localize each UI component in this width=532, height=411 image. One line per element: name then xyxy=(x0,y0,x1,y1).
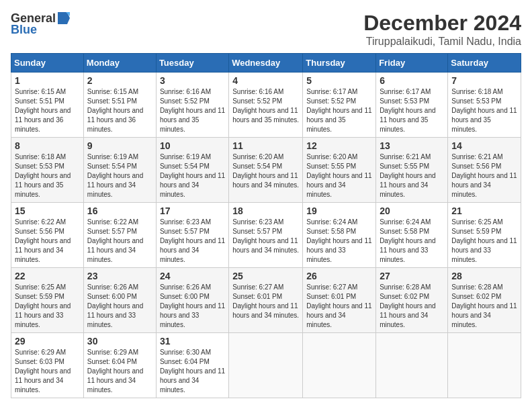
day-number: 2 xyxy=(87,75,152,86)
day-number: 10 xyxy=(160,140,225,151)
day-info: Sunrise: 6:20 AM Sunset: 5:54 PM Dayligh… xyxy=(232,152,299,190)
day-info: Sunrise: 6:26 AM Sunset: 6:00 PM Dayligh… xyxy=(160,283,225,330)
day-number: 14 xyxy=(451,140,517,151)
calendar-cell: 23 Sunrise: 6:26 AM Sunset: 6:00 PM Dayl… xyxy=(83,268,156,333)
day-number: 15 xyxy=(15,205,80,216)
day-info: Sunrise: 6:18 AM Sunset: 5:53 PM Dayligh… xyxy=(15,152,80,199)
calendar-cell: 7 Sunrise: 6:18 AM Sunset: 5:53 PM Dayli… xyxy=(448,73,521,138)
calendar-cell: 21 Sunrise: 6:25 AM Sunset: 5:59 PM Dayl… xyxy=(448,203,521,268)
day-info: Sunrise: 6:17 AM Sunset: 5:53 PM Dayligh… xyxy=(380,87,444,134)
day-info: Sunrise: 6:23 AM Sunset: 5:57 PM Dayligh… xyxy=(160,218,225,265)
col-thursday: Thursday xyxy=(303,54,376,73)
day-number: 18 xyxy=(232,205,299,216)
day-number: 31 xyxy=(160,336,225,347)
day-number: 22 xyxy=(15,271,80,281)
calendar-cell: 19 Sunrise: 6:24 AM Sunset: 5:58 PM Dayl… xyxy=(303,203,376,268)
day-number: 13 xyxy=(380,140,444,151)
day-info: Sunrise: 6:18 AM Sunset: 5:53 PM Dayligh… xyxy=(451,87,517,134)
calendar-cell: 4 Sunrise: 6:16 AM Sunset: 5:52 PM Dayli… xyxy=(229,73,303,138)
day-info: Sunrise: 6:28 AM Sunset: 6:02 PM Dayligh… xyxy=(451,283,517,330)
calendar-week-1: 1 Sunrise: 6:15 AM Sunset: 5:51 PM Dayli… xyxy=(11,73,521,138)
calendar-cell: 31 Sunrise: 6:30 AM Sunset: 6:04 PM Dayl… xyxy=(156,333,228,398)
day-info: Sunrise: 6:29 AM Sunset: 6:03 PM Dayligh… xyxy=(15,348,80,395)
day-info: Sunrise: 6:28 AM Sunset: 6:02 PM Dayligh… xyxy=(380,283,444,330)
day-number: 5 xyxy=(306,75,372,86)
day-number: 20 xyxy=(380,205,444,216)
col-monday: Monday xyxy=(83,54,156,73)
day-info: Sunrise: 6:26 AM Sunset: 6:00 PM Dayligh… xyxy=(87,283,152,330)
calendar-cell: 22 Sunrise: 6:25 AM Sunset: 5:59 PM Dayl… xyxy=(11,268,84,333)
calendar-title: December 2024 xyxy=(363,11,521,36)
calendar-cell: 14 Sunrise: 6:21 AM Sunset: 5:56 PM Dayl… xyxy=(448,138,521,203)
day-info: Sunrise: 6:17 AM Sunset: 5:52 PM Dayligh… xyxy=(306,87,372,134)
calendar-cell: 5 Sunrise: 6:17 AM Sunset: 5:52 PM Dayli… xyxy=(303,73,376,138)
calendar-cell: 26 Sunrise: 6:27 AM Sunset: 6:01 PM Dayl… xyxy=(303,268,376,333)
day-info: Sunrise: 6:24 AM Sunset: 5:58 PM Dayligh… xyxy=(306,218,372,265)
day-number: 27 xyxy=(380,271,444,281)
day-number: 1 xyxy=(15,75,80,86)
day-number: 9 xyxy=(87,140,152,151)
day-number: 17 xyxy=(160,205,225,216)
day-number: 25 xyxy=(232,271,299,281)
day-number: 11 xyxy=(232,140,299,151)
day-info: Sunrise: 6:19 AM Sunset: 5:54 PM Dayligh… xyxy=(87,152,152,199)
calendar-cell xyxy=(448,333,521,398)
day-info: Sunrise: 6:15 AM Sunset: 5:51 PM Dayligh… xyxy=(15,87,80,134)
day-info: Sunrise: 6:22 AM Sunset: 5:57 PM Dayligh… xyxy=(87,218,152,265)
calendar-table: Sunday Monday Tuesday Wednesday Thursday… xyxy=(11,53,521,398)
calendar-cell: 24 Sunrise: 6:26 AM Sunset: 6:00 PM Dayl… xyxy=(156,268,228,333)
calendar-cell xyxy=(229,333,303,398)
day-number: 16 xyxy=(87,205,152,216)
calendar-cell: 1 Sunrise: 6:15 AM Sunset: 5:51 PM Dayli… xyxy=(11,73,84,138)
day-info: Sunrise: 6:27 AM Sunset: 6:01 PM Dayligh… xyxy=(306,283,372,330)
logo-blue: Blue xyxy=(11,23,37,37)
calendar-cell xyxy=(376,333,448,398)
day-info: Sunrise: 6:30 AM Sunset: 6:04 PM Dayligh… xyxy=(160,348,225,395)
calendar-cell: 30 Sunrise: 6:29 AM Sunset: 6:04 PM Dayl… xyxy=(83,333,156,398)
calendar-week-3: 15 Sunrise: 6:22 AM Sunset: 5:56 PM Dayl… xyxy=(11,203,521,268)
day-info: Sunrise: 6:20 AM Sunset: 5:55 PM Dayligh… xyxy=(306,152,372,199)
day-number: 29 xyxy=(15,336,80,347)
calendar-cell: 25 Sunrise: 6:27 AM Sunset: 6:01 PM Dayl… xyxy=(229,268,303,333)
calendar-cell: 16 Sunrise: 6:22 AM Sunset: 5:57 PM Dayl… xyxy=(83,203,156,268)
calendar-week-4: 22 Sunrise: 6:25 AM Sunset: 5:59 PM Dayl… xyxy=(11,268,521,333)
day-info: Sunrise: 6:21 AM Sunset: 5:55 PM Dayligh… xyxy=(380,152,444,199)
calendar-cell: 11 Sunrise: 6:20 AM Sunset: 5:54 PM Dayl… xyxy=(229,138,303,203)
day-number: 21 xyxy=(451,205,517,216)
day-info: Sunrise: 6:19 AM Sunset: 5:54 PM Dayligh… xyxy=(160,152,225,199)
day-info: Sunrise: 6:22 AM Sunset: 5:56 PM Dayligh… xyxy=(15,218,80,265)
calendar-cell: 15 Sunrise: 6:22 AM Sunset: 5:56 PM Dayl… xyxy=(11,203,84,268)
day-info: Sunrise: 6:16 AM Sunset: 5:52 PM Dayligh… xyxy=(160,87,225,134)
day-number: 7 xyxy=(451,75,517,86)
logo-icon xyxy=(56,11,71,26)
day-info: Sunrise: 6:29 AM Sunset: 6:04 PM Dayligh… xyxy=(87,348,152,395)
calendar-cell: 9 Sunrise: 6:19 AM Sunset: 5:54 PM Dayli… xyxy=(83,138,156,203)
calendar-cell: 10 Sunrise: 6:19 AM Sunset: 5:54 PM Dayl… xyxy=(156,138,228,203)
day-info: Sunrise: 6:23 AM Sunset: 5:57 PM Dayligh… xyxy=(232,218,299,255)
calendar-cell: 17 Sunrise: 6:23 AM Sunset: 5:57 PM Dayl… xyxy=(156,203,228,268)
day-number: 26 xyxy=(306,271,372,281)
calendar-cell xyxy=(303,333,376,398)
calendar-cell: 18 Sunrise: 6:23 AM Sunset: 5:57 PM Dayl… xyxy=(229,203,303,268)
day-info: Sunrise: 6:15 AM Sunset: 5:51 PM Dayligh… xyxy=(87,87,152,134)
calendar-cell: 2 Sunrise: 6:15 AM Sunset: 5:51 PM Dayli… xyxy=(83,73,156,138)
calendar-cell: 29 Sunrise: 6:29 AM Sunset: 6:03 PM Dayl… xyxy=(11,333,84,398)
col-wednesday: Wednesday xyxy=(229,54,303,73)
calendar-cell: 20 Sunrise: 6:24 AM Sunset: 5:58 PM Dayl… xyxy=(376,203,448,268)
calendar-cell: 27 Sunrise: 6:28 AM Sunset: 6:02 PM Dayl… xyxy=(376,268,448,333)
day-info: Sunrise: 6:24 AM Sunset: 5:58 PM Dayligh… xyxy=(380,218,444,265)
day-number: 30 xyxy=(87,336,152,347)
day-info: Sunrise: 6:21 AM Sunset: 5:56 PM Dayligh… xyxy=(451,152,517,199)
day-number: 24 xyxy=(160,271,225,281)
calendar-week-5: 29 Sunrise: 6:29 AM Sunset: 6:03 PM Dayl… xyxy=(11,333,521,398)
day-number: 8 xyxy=(15,140,80,151)
col-saturday: Saturday xyxy=(448,54,521,73)
calendar-cell: 28 Sunrise: 6:28 AM Sunset: 6:02 PM Dayl… xyxy=(448,268,521,333)
col-friday: Friday xyxy=(376,54,448,73)
calendar-cell: 12 Sunrise: 6:20 AM Sunset: 5:55 PM Dayl… xyxy=(303,138,376,203)
calendar-week-2: 8 Sunrise: 6:18 AM Sunset: 5:53 PM Dayli… xyxy=(11,138,521,203)
calendar-header-row: Sunday Monday Tuesday Wednesday Thursday… xyxy=(11,54,521,73)
day-info: Sunrise: 6:27 AM Sunset: 6:01 PM Dayligh… xyxy=(232,283,299,320)
day-info: Sunrise: 6:25 AM Sunset: 5:59 PM Dayligh… xyxy=(15,283,80,330)
logo: General Blue xyxy=(11,11,72,37)
